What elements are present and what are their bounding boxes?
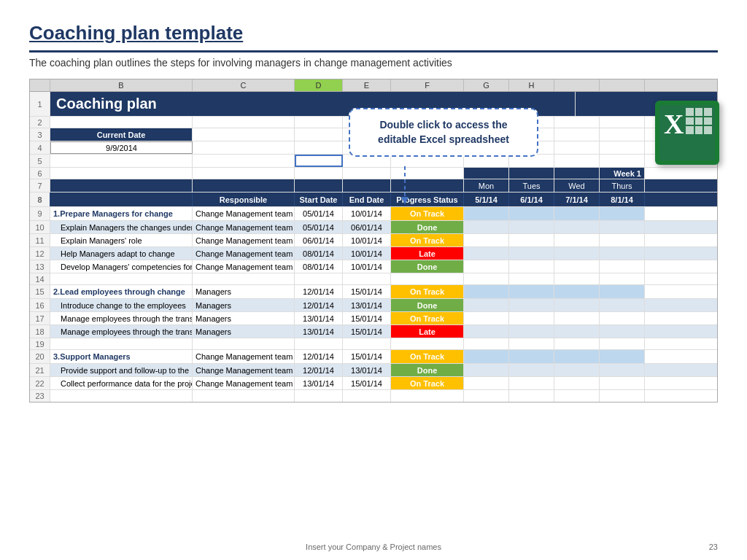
row19-d bbox=[295, 338, 343, 349]
row-num-3: 3 bbox=[30, 128, 50, 141]
row6-d bbox=[295, 168, 343, 179]
row21-start: 12/01/14 bbox=[295, 364, 343, 376]
row10-status: Done bbox=[391, 221, 464, 233]
row15-h bbox=[509, 285, 554, 298]
row21-responsible: Change Management team bbox=[193, 364, 295, 376]
row8-date4: 8/1/14 bbox=[600, 192, 645, 206]
row10-h bbox=[509, 221, 554, 233]
footer-text: Insert your Company & Project names bbox=[306, 542, 441, 551]
row11-end: 10/01/14 bbox=[343, 234, 391, 246]
row23-e bbox=[343, 390, 391, 402]
row-num-1: 1 bbox=[30, 92, 50, 116]
row20-h bbox=[509, 350, 554, 363]
row18-start: 13/01/14 bbox=[295, 325, 343, 338]
row-num-9: 9 bbox=[30, 207, 50, 220]
row15-label: 2.Lead employees through change bbox=[50, 285, 193, 298]
row22-status: On Track bbox=[391, 377, 464, 389]
col-header-f: F bbox=[391, 79, 464, 91]
col-header-g: G bbox=[464, 79, 509, 91]
row17-responsible: Managers bbox=[193, 312, 295, 324]
row9-j bbox=[600, 207, 645, 220]
row9-end: 10/01/14 bbox=[343, 207, 391, 220]
row17-g bbox=[464, 312, 509, 324]
row6-h bbox=[509, 168, 554, 179]
row-num-22: 22 bbox=[30, 377, 50, 389]
row18-end: 15/01/14 bbox=[343, 325, 391, 338]
row3-i bbox=[554, 128, 600, 141]
row-num-15: 15 bbox=[30, 285, 50, 298]
row14-g bbox=[464, 273, 509, 284]
row7-thurs: Thurs bbox=[600, 179, 645, 192]
excel-icon[interactable]: X bbox=[655, 101, 719, 165]
callout-box[interactable]: Double click to access the editable Exce… bbox=[349, 108, 538, 157]
callout-text: Double click to access the editable Exce… bbox=[378, 119, 509, 145]
current-date-label: Current Date bbox=[50, 128, 193, 141]
excel-icon-inner: X bbox=[659, 105, 715, 160]
row5-j bbox=[600, 155, 645, 167]
row5-d[interactable] bbox=[295, 155, 343, 167]
row18-h bbox=[509, 325, 554, 338]
row7-e bbox=[343, 179, 391, 192]
row10-i bbox=[554, 221, 600, 233]
row22-g bbox=[464, 377, 509, 389]
excel-grid bbox=[686, 108, 712, 134]
row21-i bbox=[554, 364, 600, 376]
row20-g bbox=[464, 350, 509, 363]
row-num-20: 20 bbox=[30, 350, 50, 363]
row23-d bbox=[295, 390, 343, 402]
row19-f bbox=[391, 338, 464, 349]
row-14: 14 bbox=[30, 273, 717, 285]
row20-status: On Track bbox=[391, 350, 464, 363]
row21-h bbox=[509, 364, 554, 376]
row-20: 20 3.Support Managers Change Management … bbox=[30, 350, 717, 364]
row20-start: 12/01/14 bbox=[295, 350, 343, 363]
row9-start: 05/01/14 bbox=[295, 207, 343, 220]
row21-end: 13/01/14 bbox=[343, 364, 391, 376]
excel-x-letter: X bbox=[664, 108, 684, 140]
row18-i bbox=[554, 325, 600, 338]
row20-label: 3.Support Managers bbox=[50, 350, 193, 363]
row16-label: Introduce change to the employees bbox=[50, 299, 193, 311]
col-header-j bbox=[600, 79, 645, 91]
row3-d bbox=[295, 128, 343, 141]
row23-c bbox=[193, 390, 295, 402]
col-header-c: C bbox=[193, 79, 295, 91]
col-header-d: D bbox=[295, 79, 343, 91]
row9-status: On Track bbox=[391, 207, 464, 220]
row4-c bbox=[193, 141, 295, 154]
row-18: 18 Manage employees through the transiti… bbox=[30, 325, 717, 338]
row22-i bbox=[554, 377, 600, 389]
page-subtitle: The coaching plan outlines the steps for… bbox=[29, 57, 718, 69]
row-22: 22 Collect performance data for the proj… bbox=[30, 377, 717, 390]
row12-g bbox=[464, 247, 509, 260]
row10-end: 06/01/14 bbox=[343, 221, 391, 233]
row10-start: 05/01/14 bbox=[295, 221, 343, 233]
row16-responsible: Managers bbox=[193, 299, 295, 311]
row16-status: Done bbox=[391, 299, 464, 311]
row19-h bbox=[509, 338, 554, 349]
row16-j bbox=[600, 299, 645, 311]
col-header-h: H bbox=[509, 79, 554, 91]
row11-responsible: Change Management team bbox=[193, 234, 295, 246]
row5-c bbox=[193, 155, 295, 167]
row-13: 13 Develop Managers' competencies for ma… bbox=[30, 260, 717, 273]
row-17: 17 Manage employees through the transiti… bbox=[30, 312, 717, 325]
row9-i bbox=[554, 207, 600, 220]
row-9: 9 1.Prepare Managers for change Change M… bbox=[30, 207, 717, 221]
row-7: 7 Mon Tues Wed Thurs bbox=[30, 179, 717, 192]
row-num-23: 23 bbox=[30, 390, 50, 402]
row7-mon: Mon bbox=[464, 179, 509, 192]
row14-j bbox=[600, 273, 645, 284]
row8-date3: 7/1/14 bbox=[554, 192, 600, 206]
row15-responsible: Managers bbox=[193, 285, 295, 298]
row11-label: Explain Managers' role bbox=[50, 234, 193, 246]
row7-wed: Wed bbox=[554, 179, 600, 192]
grid-cell bbox=[686, 117, 694, 125]
row13-j bbox=[600, 260, 645, 273]
row14-e bbox=[343, 273, 391, 284]
row-num-13: 13 bbox=[30, 260, 50, 273]
row18-j bbox=[600, 325, 645, 338]
row21-j bbox=[600, 364, 645, 376]
row-11: 11 Explain Managers' role Change Managem… bbox=[30, 234, 717, 247]
row6-i bbox=[554, 168, 600, 179]
